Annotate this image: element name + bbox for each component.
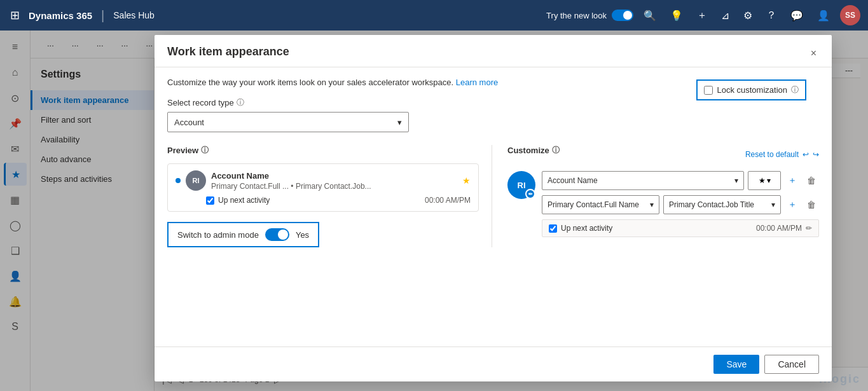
customize-body: RI ✏ Account Name ▾ ★ bbox=[507, 171, 819, 237]
new-look-toggle[interactable] bbox=[612, 10, 633, 21]
lightbulb-icon[interactable]: 💡 bbox=[666, 6, 687, 25]
preview-time: 00:00 AM/PM bbox=[425, 196, 471, 205]
chat-icon[interactable]: 💬 bbox=[787, 6, 807, 25]
cancel-button[interactable]: Cancel bbox=[764, 355, 819, 374]
customize-avatar: RI ✏ bbox=[507, 171, 535, 199]
admin-mode-label: Switch to admin mode bbox=[177, 230, 259, 240]
module-name: Sales Hub bbox=[113, 10, 155, 20]
field-row-2: Primary Contact.Full Name ▾ Primary Cont… bbox=[542, 195, 819, 214]
filter-icon[interactable]: ⊿ bbox=[717, 6, 733, 25]
modal-dialog: Work item appearance × Lock customizatio… bbox=[155, 35, 832, 381]
avatar-edit-icon[interactable]: ✏ bbox=[525, 189, 535, 199]
close-button[interactable]: × bbox=[808, 45, 819, 62]
modal-footer: Save Cancel bbox=[155, 346, 832, 381]
activity-row: Up next activity 00:00 AM/PM ✏ bbox=[542, 219, 819, 237]
admin-yes-label: Yes bbox=[296, 230, 309, 240]
activity-row-left: Up next activity bbox=[549, 224, 612, 233]
lock-customization-checkbox[interactable] bbox=[704, 86, 713, 95]
field-chevron-icon: ▾ bbox=[734, 176, 738, 185]
grid-icon[interactable]: ⊞ bbox=[8, 6, 22, 25]
preview-info-icon: ⓘ bbox=[201, 145, 209, 156]
new-look-label: Try the new look bbox=[546, 11, 607, 20]
record-type-info-icon: ⓘ bbox=[237, 97, 244, 108]
field2-chevron-icon: ▾ bbox=[650, 200, 654, 209]
preview-info: Account Name Primary Contact.Full ... • … bbox=[211, 171, 457, 191]
primary-contact-jobtitle-field[interactable]: Primary Contact.Job Title ▾ bbox=[663, 195, 781, 214]
add-field-btn-2[interactable]: ＋ bbox=[785, 197, 800, 212]
undo-icon: ↩ bbox=[803, 150, 809, 159]
avatar[interactable]: SS bbox=[840, 5, 860, 25]
dropdown-chevron-icon: ▾ bbox=[397, 118, 402, 127]
preview-footer: Up next activity 00:00 AM/PM bbox=[176, 196, 471, 205]
star-selector[interactable]: ★ ▾ bbox=[748, 171, 781, 190]
delete-field-btn-2[interactable]: 🗑 bbox=[804, 197, 819, 212]
account-name-field[interactable]: Account Name ▾ bbox=[542, 171, 744, 190]
preview-star-icon: ★ bbox=[462, 175, 471, 186]
preview-card-header: RI Account Name Primary Contact.Full ...… bbox=[176, 170, 471, 191]
app-name: Dynamics 365 bbox=[29, 10, 92, 21]
new-look-area: Try the new look bbox=[546, 10, 633, 21]
edit-activity-icon[interactable]: ✏ bbox=[806, 224, 812, 233]
redo-icon: ↪ bbox=[813, 150, 819, 159]
topbar-divider: | bbox=[101, 8, 104, 23]
customize-header: Customize ⓘ Reset to default ↩ ↪ bbox=[507, 145, 819, 163]
customize-column: Customize ⓘ Reset to default ↩ ↪ RI ✏ bbox=[492, 145, 819, 247]
lock-info-icon: ⓘ bbox=[791, 85, 799, 95]
primary-contact-fullname-field[interactable]: Primary Contact.Full Name ▾ bbox=[542, 195, 659, 214]
preview-column: Preview ⓘ RI Account Name Primary Contac… bbox=[167, 145, 492, 247]
topbar: ⊞ Dynamics 365 | Sales Hub Try the new l… bbox=[0, 0, 868, 31]
add-icon[interactable]: ＋ bbox=[693, 5, 711, 26]
two-col-layout: Preview ⓘ RI Account Name Primary Contac… bbox=[167, 145, 819, 247]
lock-customization-label: Lock customization bbox=[717, 85, 787, 95]
field-row-1: Account Name ▾ ★ ▾ ＋ 🗑 bbox=[542, 171, 819, 190]
person-icon[interactable]: 👤 bbox=[813, 6, 834, 25]
preview-sub-line: Primary Contact.Full ... • Primary Conta… bbox=[211, 182, 457, 191]
learn-more-link[interactable]: Learn more bbox=[456, 78, 498, 87]
modal-title: Work item appearance bbox=[167, 45, 289, 58]
lock-customization-box: Lock customization ⓘ bbox=[696, 79, 806, 100]
help-icon[interactable]: ？ bbox=[762, 5, 780, 26]
preview-account-name: Account Name bbox=[211, 171, 457, 181]
record-type-dropdown[interactable]: Account ▾ bbox=[167, 112, 409, 132]
star-icon: ★ bbox=[759, 176, 766, 185]
select-record-type-section: Select record type ⓘ Account ▾ bbox=[167, 97, 819, 132]
add-field-btn-1[interactable]: ＋ bbox=[785, 173, 800, 188]
customize-info-icon: ⓘ bbox=[552, 145, 560, 156]
preview-avatar: RI bbox=[186, 170, 206, 191]
search-icon[interactable]: 🔍 bbox=[640, 6, 660, 25]
activity-row-right: 00:00 AM/PM ✏ bbox=[756, 224, 812, 233]
preview-header: Preview ⓘ bbox=[167, 145, 479, 156]
activity-checkbox bbox=[549, 224, 557, 233]
modal-header: Work item appearance × bbox=[155, 35, 832, 67]
preview-card: RI Account Name Primary Contact.Full ...… bbox=[167, 163, 479, 212]
settings-icon[interactable]: ⚙ bbox=[740, 6, 756, 25]
save-button[interactable]: Save bbox=[713, 355, 759, 374]
delete-field-btn-1[interactable]: 🗑 bbox=[804, 173, 819, 188]
preview-dot bbox=[176, 178, 181, 183]
admin-mode-box: Switch to admin mode Yes bbox=[167, 222, 319, 247]
modal-body: Customize the way your work items look o… bbox=[155, 67, 832, 346]
admin-mode-toggle[interactable] bbox=[265, 228, 289, 241]
reset-to-default[interactable]: Reset to default ↩ ↪ bbox=[745, 150, 819, 159]
star-chevron-icon: ▾ bbox=[767, 176, 771, 185]
preview-activity-checkbox bbox=[206, 196, 214, 205]
customize-fields: Account Name ▾ ★ ▾ ＋ 🗑 bbox=[542, 171, 819, 237]
field3-chevron-icon: ▾ bbox=[771, 200, 775, 209]
preview-activity-row: Up next activity bbox=[206, 196, 270, 205]
customize-section-header: Customize ⓘ bbox=[507, 145, 560, 156]
